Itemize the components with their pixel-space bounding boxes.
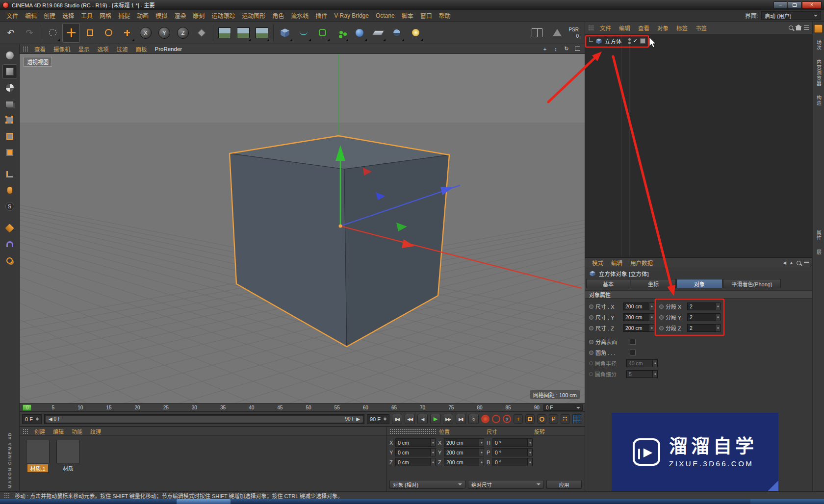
render-view-button[interactable] bbox=[216, 23, 233, 43]
animation-dot-icon[interactable] bbox=[589, 340, 593, 344]
am-menu-edit[interactable]: 编辑 bbox=[607, 258, 626, 267]
keyframe-selection-button[interactable]: ? bbox=[503, 415, 511, 423]
menu-mograph[interactable]: 运动图形 bbox=[238, 10, 269, 21]
vp-menu-display[interactable]: 显示 bbox=[75, 44, 94, 54]
mograph-button[interactable] bbox=[332, 23, 350, 43]
material-thumbnail[interactable] bbox=[56, 440, 80, 463]
menu-help[interactable]: 帮助 bbox=[436, 10, 454, 21]
object-manager-tree[interactable]: 立方体 ✓ bbox=[585, 34, 812, 257]
rotate-tool-button[interactable] bbox=[100, 23, 117, 43]
menu-tools[interactable]: 工具 bbox=[77, 10, 96, 21]
animation-dot-icon[interactable] bbox=[589, 326, 593, 330]
mat-menu-function[interactable]: 功能 bbox=[68, 427, 86, 436]
drag-handle-icon[interactable] bbox=[389, 428, 437, 434]
menu-icon[interactable] bbox=[804, 261, 809, 265]
drag-handle-icon[interactable] bbox=[23, 428, 28, 434]
menu-icon[interactable] bbox=[804, 25, 809, 30]
taskbar-active-app[interactable] bbox=[177, 499, 231, 504]
close-button[interactable]: × bbox=[802, 1, 822, 9]
vp-menu-camera[interactable]: 摄像机 bbox=[50, 44, 75, 54]
menu-sculpt[interactable]: 雕刻 bbox=[189, 10, 208, 21]
search-icon[interactable] bbox=[789, 25, 793, 30]
viewport-pan-icon[interactable]: + bbox=[541, 45, 549, 53]
menu-motion-tracker[interactable]: 运动跟踪 bbox=[208, 10, 238, 21]
maximize-button[interactable] bbox=[788, 1, 801, 9]
render-settings-button[interactable] bbox=[253, 23, 271, 43]
perspective-viewport[interactable]: 透视视图 网格间距 : 100 cm bbox=[20, 54, 585, 403]
am-menu-mode[interactable]: 模式 bbox=[588, 258, 607, 267]
om-menu-tags[interactable]: 标签 bbox=[672, 23, 692, 33]
objects-tab-icon[interactable] bbox=[814, 25, 823, 33]
play-button[interactable]: ▶ bbox=[430, 414, 440, 424]
position-y-field[interactable]: 0 cm bbox=[395, 448, 436, 456]
animation-dot-icon[interactable] bbox=[659, 326, 664, 330]
tab-takes[interactable]: 场次 bbox=[816, 38, 821, 52]
object-name[interactable]: 立方体 bbox=[605, 37, 622, 45]
mat-menu-create[interactable]: 创建 bbox=[30, 427, 49, 436]
taskbar-tray[interactable] bbox=[750, 499, 824, 504]
edges-mode-button[interactable] bbox=[2, 129, 17, 144]
menu-mesh[interactable]: 网格 bbox=[96, 10, 115, 21]
viewport-label[interactable]: 透视视图 bbox=[24, 57, 52, 67]
enable-axis-button[interactable] bbox=[2, 167, 17, 181]
object-row-cube[interactable]: 立方体 ✓ bbox=[585, 36, 812, 46]
phong-tag-icon[interactable] bbox=[640, 38, 645, 44]
animation-dot-icon[interactable] bbox=[589, 315, 593, 320]
visibility-dots-icon[interactable] bbox=[628, 38, 631, 44]
om-menu-objects[interactable]: 对象 bbox=[653, 23, 672, 33]
rotation-p-field[interactable]: 0 ° bbox=[492, 448, 533, 456]
back-arrow-icon[interactable]: ◀ bbox=[783, 260, 786, 265]
lock-x-axis-button[interactable]: X bbox=[137, 23, 154, 43]
viewport-layout-button[interactable] bbox=[528, 23, 546, 43]
size-y-field[interactable]: 200 cm bbox=[444, 448, 484, 456]
menu-plugins[interactable]: 插件 bbox=[312, 10, 331, 21]
size-mode-dropdown[interactable]: 绝对尺寸 bbox=[468, 480, 544, 489]
size-x-field[interactable]: 200 cm bbox=[444, 438, 484, 447]
redo-button[interactable]: ↷ bbox=[21, 23, 38, 43]
interface-layout-dropdown[interactable]: 启动 (用户) bbox=[761, 11, 821, 20]
model-mode-button[interactable] bbox=[2, 64, 17, 79]
fillet-checkbox[interactable] bbox=[630, 350, 636, 355]
preview-range-bar[interactable]: ◀ 0 F 90 F ▶ bbox=[44, 414, 364, 424]
texture-mode-button[interactable] bbox=[2, 80, 17, 95]
material-item[interactable]: 材质.1 bbox=[25, 440, 51, 472]
om-menu-edit[interactable]: 编辑 bbox=[615, 23, 634, 33]
menu-pipeline[interactable]: 流水线 bbox=[287, 10, 312, 21]
paint-tool-button[interactable] bbox=[2, 221, 17, 235]
ruler-frame-field[interactable]: 0 F bbox=[543, 404, 583, 411]
menu-window[interactable]: 窗口 bbox=[417, 10, 436, 21]
menu-edit[interactable]: 编辑 bbox=[22, 10, 40, 21]
last-tool-button[interactable] bbox=[118, 23, 136, 43]
record-rotation-button[interactable] bbox=[537, 414, 546, 424]
segments-z-input[interactable]: 2 bbox=[687, 324, 721, 332]
enabled-check-icon[interactable]: ✓ bbox=[633, 38, 638, 44]
record-pla-button[interactable] bbox=[561, 414, 570, 424]
material-item[interactable]: 材质 bbox=[55, 440, 81, 472]
undo-button[interactable]: ↶ bbox=[2, 23, 20, 43]
previous-key-button[interactable]: ◀◀ bbox=[405, 414, 415, 424]
search-icon[interactable] bbox=[797, 261, 801, 265]
go-to-end-button[interactable]: ▶▮ bbox=[456, 414, 466, 424]
vp-menu-prorender[interactable]: ProRender bbox=[151, 45, 186, 53]
animation-dot-icon[interactable] bbox=[589, 304, 593, 309]
vp-menu-options[interactable]: 选项 bbox=[94, 44, 113, 54]
apply-button[interactable]: 应用 bbox=[546, 480, 582, 489]
record-keyframe-button[interactable] bbox=[481, 415, 489, 423]
separate-surfaces-checkbox[interactable] bbox=[630, 339, 636, 345]
loop-button[interactable]: ↻ bbox=[468, 414, 479, 424]
menu-snap[interactable]: 捕捉 bbox=[115, 10, 133, 21]
rings-tool-button[interactable] bbox=[2, 253, 17, 268]
tab-layers[interactable]: 层 bbox=[816, 248, 821, 257]
magnet-tool-button[interactable] bbox=[2, 237, 17, 252]
scale-tool-button[interactable] bbox=[81, 23, 99, 43]
workplane-mode-button[interactable] bbox=[2, 97, 17, 111]
previous-frame-button[interactable]: ◀ bbox=[417, 414, 428, 424]
menu-character[interactable]: 角色 bbox=[269, 10, 287, 21]
render-picture-viewer-button[interactable] bbox=[234, 23, 252, 43]
om-menu-file[interactable]: 文件 bbox=[596, 23, 615, 33]
axis-lock-button[interactable] bbox=[2, 183, 17, 198]
animation-dot-icon[interactable] bbox=[659, 304, 664, 309]
windows-taskbar[interactable] bbox=[0, 499, 824, 504]
snap-button[interactable]: S bbox=[2, 199, 17, 214]
up-arrow-icon[interactable]: ▲ bbox=[789, 260, 794, 265]
